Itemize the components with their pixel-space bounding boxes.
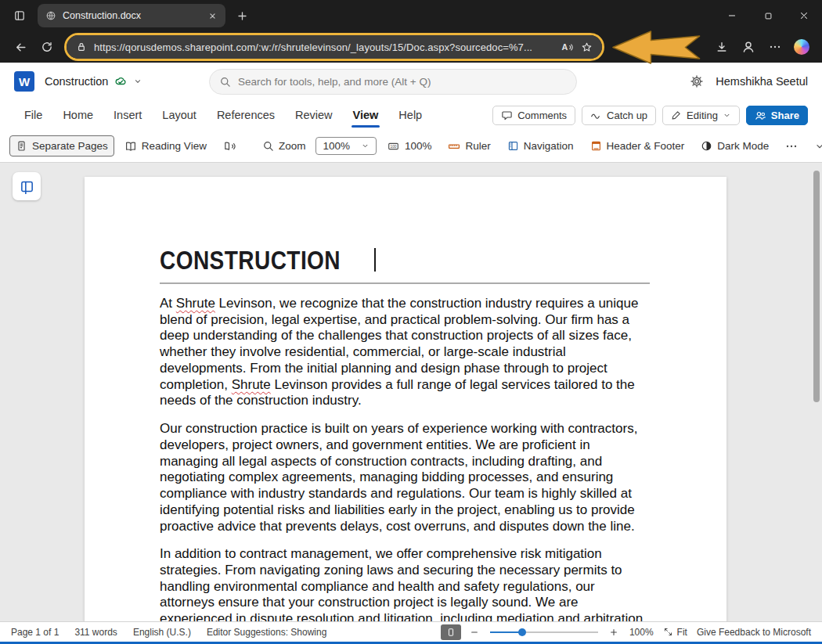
ribbon-tab-home[interactable]: Home [52,100,103,130]
toolbar-more-icon[interactable] [779,135,804,157]
ribbon-tab-file[interactable]: File [14,100,52,130]
collapse-ribbon-chevron-icon[interactable] [808,136,822,157]
header-footer-label: Header & Footer [607,140,685,152]
close-button[interactable] [786,0,822,31]
share-label: Share [771,110,799,121]
word-logo[interactable]: W [14,71,34,92]
download-icon[interactable] [709,34,734,59]
dark-mode-toggle[interactable]: Dark Mode [694,135,775,157]
status-bar: Page 1 of 1 311 words English (U.S.) Edi… [0,621,822,642]
search-input[interactable] [238,76,567,88]
zoom-slider-thumb[interactable] [518,628,526,636]
zoom-label: Zoom [279,140,306,152]
editing-mode-button[interactable]: Editing [662,106,740,125]
status-zoom-group: 100% Fit Give Feedback to Microsoft [468,627,811,638]
reading-view-button[interactable]: Reading View [118,135,213,157]
feedback-link[interactable]: Give Feedback to Microsoft [697,627,811,638]
document-heading[interactable]: CONSTRUCTION [160,246,650,275]
document-canvas: CONSTRUCTION At Shrute Levinson, we reco… [0,163,822,621]
document-title-text[interactable]: Construction [45,75,108,88]
zoom-value-label: 100% [323,140,350,152]
ribbon-tab-row: File Home Insert Layout References Revie… [0,100,822,130]
scrollbar[interactable] [813,166,820,618]
favorite-star-icon[interactable] [581,41,593,53]
svg-text:100: 100 [390,145,396,149]
browser-more-icon[interactable] [763,34,788,59]
tab-strip: Construction.docx [0,0,822,31]
zoom-slider-fill [490,631,522,633]
scrollbar-thumb[interactable] [813,171,820,402]
zoom-slider[interactable] [490,628,598,637]
catch-up-label: Catch up [607,110,647,121]
misspelled-word[interactable]: Shrute [176,296,215,311]
separate-pages-toggle[interactable]: Separate Pages [9,135,114,157]
tab-close-icon[interactable] [205,9,219,23]
navigation-toggle[interactable]: Navigation [501,135,580,157]
editor-suggestions-status[interactable]: Editor Suggestions: Showing [207,627,326,638]
comment-bubble-icon [501,110,513,121]
zoom-value-dropdown[interactable]: 100% [315,137,377,155]
ruler-icon [448,140,460,153]
url-text: https://qorusdemos.sharepoint.com/:w:/r/… [94,41,553,53]
new-tab-button[interactable] [230,4,254,27]
globe-favicon-icon [45,10,56,21]
ribbon-tab-references[interactable]: References [207,100,285,130]
page-view-toggle[interactable] [441,624,461,640]
refresh-icon[interactable] [34,34,59,59]
zoom-percentage[interactable]: 100% [629,627,654,638]
catch-up-button[interactable]: Catch up [582,106,656,125]
copilot-icon[interactable] [789,34,814,59]
ruler-label: Ruler [465,140,490,152]
back-icon[interactable] [8,34,33,59]
document-heading-text: CONSTRUCTION [160,246,341,275]
zoom-out-icon[interactable] [468,628,481,637]
title-chevron-down-icon[interactable] [133,77,142,86]
zoom-100-button[interactable]: 100 100% [380,135,438,157]
thumbnail-panel-button[interactable] [13,172,41,200]
misspelled-word[interactable]: Shrute [232,377,271,392]
profile-avatar[interactable] [736,34,761,59]
word-count[interactable]: 311 words [74,627,117,638]
browser-window: Construction.docx [0,0,822,644]
ribbon-tab-view[interactable]: View [343,100,389,130]
ruler-toggle[interactable]: Ruler [442,135,496,157]
immersive-reader-button[interactable] [217,135,242,157]
paragraph-3[interactable]: In addition to contract management, we o… [160,546,650,621]
comments-label: Comments [517,110,567,121]
document-page[interactable]: CONSTRUCTION At Shrute Levinson, we reco… [85,177,726,621]
minimize-button[interactable] [714,0,750,31]
search-bar[interactable] [209,69,577,95]
url-annotation-highlight: https://qorusdemos.sharepoint.com/:w:/r/… [64,33,604,61]
paragraph-1[interactable]: At Shrute Levinson, we recognize that th… [160,296,650,409]
url-bar[interactable]: https://qorusdemos.sharepoint.com/:w:/r/… [67,35,602,59]
comments-button[interactable]: Comments [492,106,575,125]
zoom-in-icon[interactable] [607,628,620,637]
ribbon-tab-help[interactable]: Help [388,100,432,130]
ribbon-actions: Comments Catch up Editing Share [492,106,808,125]
ribbon-tab-layout[interactable]: Layout [152,100,207,130]
zoom-button[interactable]: Zoom [256,135,312,157]
settings-gear-icon[interactable] [690,74,704,88]
pen-icon [671,110,682,121]
document-name-group: Construction [45,75,142,88]
ribbon-tab-insert[interactable]: Insert [103,100,152,130]
user-name[interactable]: Hemshikha Seetul [716,75,808,88]
ribbon-tab-review[interactable]: Review [285,100,343,130]
page-count[interactable]: Page 1 of 1 [11,627,59,638]
address-bar: https://qorusdemos.sharepoint.com/:w:/r/… [0,31,822,63]
fit-label: Fit [677,627,687,638]
editing-label: Editing [687,110,718,121]
share-button[interactable]: Share [746,106,808,125]
language-status[interactable]: English (U.S.) [133,627,191,638]
tab-actions-icon[interactable] [8,4,31,27]
read-aloud-icon[interactable]: A [561,41,574,53]
header-footer-button[interactable]: Header & Footer [584,135,691,157]
heading-divider [160,282,650,284]
fit-page-button[interactable]: Fit [663,627,687,638]
dark-mode-icon [701,140,712,152]
zoom-100-label: 100% [405,140,432,152]
maximize-button[interactable] [750,0,786,31]
browser-tab[interactable]: Construction.docx [38,4,225,27]
saved-status-icon[interactable] [114,75,127,88]
paragraph-2[interactable]: Our construction practice is built on ye… [160,421,650,534]
